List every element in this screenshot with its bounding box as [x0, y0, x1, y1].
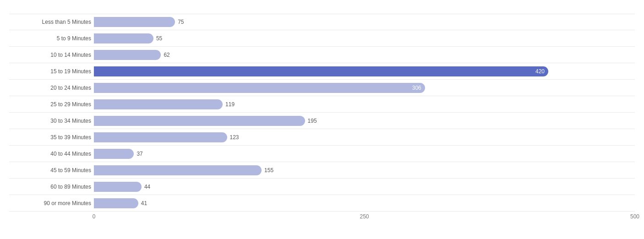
bar-track: 41: [94, 195, 635, 211]
bar-label: 20 to 24 Minutes: [9, 85, 94, 91]
bar-fill: [94, 182, 142, 192]
bar-track: 62: [94, 47, 635, 63]
chart-area: Less than 5 Minutes755 to 9 Minutes5510 …: [9, 14, 635, 212]
bar-track: 75: [94, 14, 635, 30]
bar-value-label: 62: [164, 52, 644, 58]
bar-fill: [94, 33, 153, 43]
bar-row: 5 to 9 Minutes55: [9, 30, 635, 47]
bar-track: 155: [94, 162, 635, 178]
bar-row: 25 to 29 Minutes119: [9, 96, 635, 113]
bar-fill: [94, 198, 138, 208]
bar-value-label: 119: [225, 101, 644, 108]
bar-label: Less than 5 Minutes: [9, 19, 94, 25]
chart-container: Less than 5 Minutes755 to 9 Minutes5510 …: [0, 0, 644, 239]
bar-track: 195: [94, 113, 635, 129]
bar-fill: [94, 149, 134, 159]
bar-row: 15 to 19 Minutes420: [9, 63, 635, 80]
bar-track: 420: [94, 63, 635, 79]
bar-value-label: 155: [264, 167, 644, 174]
bar-value-label: 420: [535, 68, 545, 75]
bar-row: Less than 5 Minutes75: [9, 14, 635, 30]
bar-fill: [94, 165, 262, 175]
bar-value-label: 75: [178, 19, 644, 25]
bar-fill: [94, 116, 305, 126]
bar-label: 90 or more Minutes: [9, 200, 94, 206]
bar-label: 45 to 59 Minutes: [9, 167, 94, 174]
bar-fill: [94, 17, 175, 27]
charts-wrapper: Less than 5 Minutes755 to 9 Minutes5510 …: [9, 12, 635, 211]
bar-fill: [94, 132, 227, 142]
bar-value-label: 44: [144, 184, 644, 190]
bar-track: 123: [94, 129, 635, 145]
bar-value-label: 123: [230, 134, 644, 141]
bar-row: 45 to 59 Minutes155: [9, 162, 635, 179]
bar-row: 20 to 24 Minutes306: [9, 80, 635, 96]
x-tick: 250: [360, 213, 369, 220]
bar-track: 44: [94, 179, 635, 195]
bar-label: 40 to 44 Minutes: [9, 151, 94, 157]
bar-fill: [94, 99, 223, 109]
bar-row: 30 to 34 Minutes195: [9, 113, 635, 129]
bar-label: 15 to 19 Minutes: [9, 68, 94, 75]
bar-label: 60 to 89 Minutes: [9, 184, 94, 190]
bar-row: 90 or more Minutes41: [9, 195, 635, 212]
bar-value-label: 37: [136, 151, 644, 157]
bar-label: 10 to 14 Minutes: [9, 52, 94, 58]
bar-label: 25 to 29 Minutes: [9, 101, 94, 108]
bar-value-label: 41: [141, 200, 644, 206]
bar-track: 119: [94, 96, 635, 112]
bar-label: 30 to 34 Minutes: [9, 118, 94, 124]
bar-value-label: 306: [412, 85, 421, 91]
bar-track: 37: [94, 146, 635, 162]
bar-fill: [94, 50, 161, 60]
bar-value-label: 195: [308, 118, 644, 124]
x-tick: 0: [93, 213, 96, 220]
bar-track: 55: [94, 30, 635, 46]
bar-row: 40 to 44 Minutes37: [9, 146, 635, 162]
bar-value-label: 55: [156, 35, 644, 42]
bar-label: 35 to 39 Minutes: [9, 134, 94, 141]
bar-row: 60 to 89 Minutes44: [9, 179, 635, 195]
bar-row: 10 to 14 Minutes62: [9, 47, 635, 63]
bar-fill: 306: [94, 83, 425, 93]
bar-track: 306: [94, 80, 635, 96]
bar-row: 35 to 39 Minutes123: [9, 129, 635, 146]
bar-label: 5 to 9 Minutes: [9, 35, 94, 42]
x-tick: 500: [630, 213, 639, 220]
bar-fill: 420: [94, 66, 548, 76]
